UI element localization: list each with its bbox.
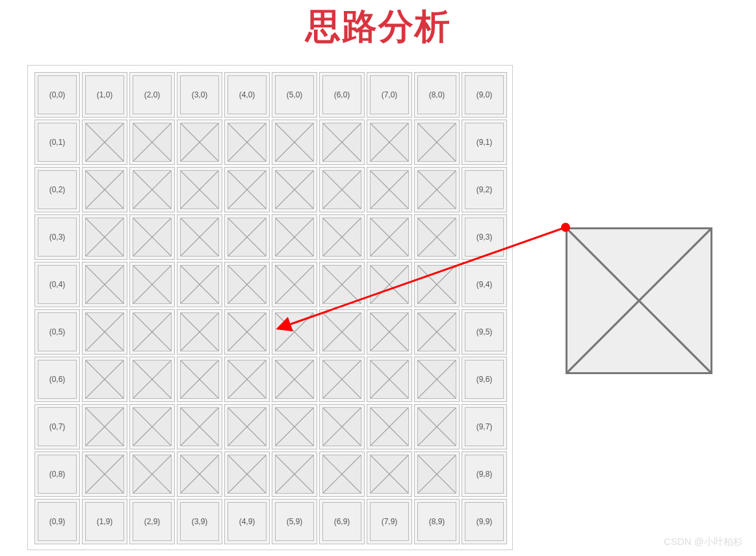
cell-label: (0,5) [49,327,66,336]
cell-inner [417,218,456,257]
cell-inner [417,360,456,399]
cell-inner [180,312,219,351]
grid-cell [319,451,365,497]
cell-label: (1,9) [97,517,113,526]
cell-inner: (3,9) [180,502,219,541]
cell-inner: (1,0) [85,75,124,114]
grid-cell: (9,1) [462,120,507,165]
cell-inner: (0,4) [38,265,77,304]
grid-cell: (8,9) [414,499,460,544]
cell-label: (7,9) [382,517,398,526]
cell-inner: (8,9) [417,502,456,541]
cell-inner: (0,3) [38,218,77,257]
enlarged-cell [566,227,712,374]
cell-inner [180,265,219,304]
grid-cell [129,262,175,307]
cell-inner [180,218,219,257]
grid-cell: (9,8) [462,451,507,497]
grid-cell [272,451,317,497]
cell-inner [370,265,409,304]
cell-inner [180,360,219,399]
grid-cell [82,451,127,497]
grid-cell [367,120,412,165]
cell-inner [85,265,124,304]
cell-inner: (4,0) [228,75,267,114]
cell-inner [370,407,409,446]
grid-cell: (7,0) [367,72,412,118]
grid-cell: (0,3) [34,214,80,260]
cell-inner [322,312,361,351]
page-title: 思路分析 [0,0,756,51]
cell-inner [228,455,267,494]
grid-cell [82,309,127,355]
grid-cell: (0,0) [34,72,80,118]
cell-label: (9,2) [476,185,493,194]
grid-cell: (0,4) [34,262,80,307]
cell-inner [417,170,456,209]
cell-inner [370,218,409,257]
cell-inner [133,170,172,209]
grid-cell [319,167,365,212]
grid-cell [224,404,270,449]
grid-cell [177,404,222,449]
cell-inner [133,360,172,399]
cell-inner: (0,6) [38,360,77,399]
cell-inner [417,312,456,351]
grid-cell [414,214,460,260]
grid-cell [82,357,127,402]
grid-cell [177,262,222,307]
cell-inner [370,360,409,399]
watermark: CSDN @小叶柏杉 [664,536,743,548]
grid-cell: (7,9) [367,499,412,544]
grid-cell: (9,7) [462,404,507,449]
cell-inner [370,170,409,209]
grid-cell: (9,6) [462,357,507,402]
cell-label: (9,1) [476,138,493,147]
grid-cell [129,451,175,497]
grid-cell: (4,0) [224,72,270,118]
cell-inner: (6,9) [322,502,361,541]
cell-inner [322,170,361,209]
cell-inner: (7,9) [370,502,409,541]
cell-inner [133,218,172,257]
cell-label: (3,9) [192,517,208,526]
grid-cell [224,120,270,165]
cell-inner [275,360,314,399]
cell-inner: (5,0) [275,75,314,114]
grid-cell: (9,5) [462,309,507,355]
cell-inner [228,265,267,304]
cell-inner [370,455,409,494]
cell-inner [228,218,267,257]
grid-cell [367,309,412,355]
cell-label: (8,9) [429,517,445,526]
grid-cell: (0,9) [34,499,80,544]
cell-inner [85,407,124,446]
grid-cell [319,214,365,260]
cell-label: (0,8) [49,470,66,479]
cell-inner: (9,9) [465,502,504,541]
grid-cell: (0,1) [34,120,80,165]
grid-cell [224,309,270,355]
cell-label: (5,9) [287,517,303,526]
grid-cell [367,262,412,307]
grid-cell: (2,0) [129,72,175,118]
cell-inner [275,170,314,209]
cell-label: (0,4) [49,280,66,289]
cell-inner [417,455,456,494]
grid-cell [129,167,175,212]
grid-cell: (0,7) [34,404,80,449]
cell-inner: (0,1) [38,123,77,162]
cell-inner [180,170,219,209]
grid-cell: (4,9) [224,499,270,544]
cell-inner [275,407,314,446]
grid-cell [129,120,175,165]
cell-inner [85,170,124,209]
cell-inner [275,123,314,162]
cell-label: (3,0) [192,90,208,99]
cell-inner [133,455,172,494]
grid-cell: (8,0) [414,72,460,118]
grid-cell [272,120,317,165]
cell-inner [133,312,172,351]
cell-inner [85,312,124,351]
cell-label: (6,0) [334,90,350,99]
